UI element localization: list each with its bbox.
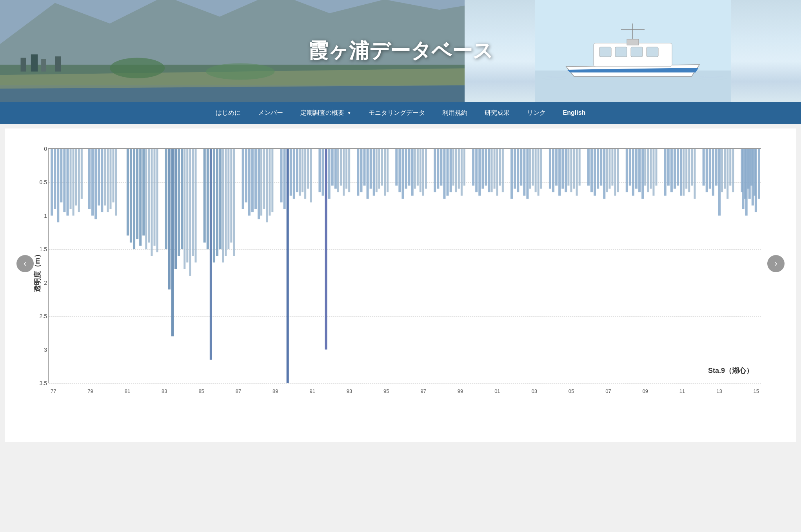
svg-rect-222 bbox=[685, 149, 687, 189]
svg-rect-112 bbox=[626, 149, 628, 192]
svg-rect-172 bbox=[302, 149, 303, 192]
x-label-93: 93 bbox=[347, 388, 352, 394]
svg-rect-190 bbox=[425, 149, 427, 189]
svg-rect-5 bbox=[21, 58, 26, 72]
svg-rect-67 bbox=[328, 149, 331, 199]
y-tick-2: 2 bbox=[28, 280, 47, 286]
svg-rect-229 bbox=[729, 149, 731, 186]
chart-area: 0 0.5 1 1.5 2 2.5 3 3.5 bbox=[48, 148, 761, 383]
svg-rect-157 bbox=[186, 149, 188, 262]
svg-rect-141 bbox=[70, 149, 72, 209]
svg-rect-121 bbox=[674, 149, 676, 189]
svg-rect-217 bbox=[647, 149, 649, 192]
svg-rect-103 bbox=[558, 149, 561, 196]
svg-rect-195 bbox=[463, 149, 465, 186]
svg-rect-146 bbox=[104, 149, 106, 206]
svg-rect-155 bbox=[156, 149, 158, 252]
svg-rect-59 bbox=[283, 149, 286, 209]
prev-button[interactable]: ‹ bbox=[16, 255, 34, 272]
svg-rect-36 bbox=[133, 149, 135, 249]
svg-rect-81 bbox=[411, 149, 414, 196]
svg-rect-199 bbox=[499, 149, 501, 186]
svg-rect-160 bbox=[194, 149, 196, 262]
svg-rect-163 bbox=[227, 149, 229, 249]
svg-rect-178 bbox=[343, 149, 345, 196]
svg-rect-220 bbox=[655, 149, 657, 186]
x-label-11: 11 bbox=[679, 388, 685, 394]
svg-rect-225 bbox=[694, 149, 696, 199]
svg-rect-129 bbox=[718, 149, 721, 215]
x-label-15: 15 bbox=[754, 388, 759, 394]
svg-rect-152 bbox=[148, 149, 150, 242]
svg-rect-180 bbox=[348, 149, 350, 192]
svg-point-10 bbox=[206, 63, 274, 80]
svg-rect-24 bbox=[54, 149, 56, 209]
nav-research[interactable]: 研究成果 bbox=[476, 102, 518, 124]
svg-rect-7 bbox=[41, 59, 46, 72]
nav-members[interactable]: メンバー bbox=[249, 102, 292, 124]
svg-rect-92 bbox=[485, 149, 487, 186]
chart-svg bbox=[49, 149, 761, 383]
svg-rect-97 bbox=[520, 149, 522, 186]
svg-rect-63 bbox=[296, 149, 298, 192]
svg-rect-101 bbox=[552, 149, 554, 192]
svg-rect-60 bbox=[287, 149, 289, 383]
x-label-89: 89 bbox=[272, 388, 278, 394]
nav-monitoring[interactable]: モニタリングデータ bbox=[360, 102, 434, 124]
svg-rect-147 bbox=[107, 149, 109, 212]
svg-rect-115 bbox=[635, 149, 638, 189]
svg-rect-45 bbox=[181, 149, 183, 249]
svg-rect-210 bbox=[579, 149, 581, 186]
svg-rect-138 bbox=[752, 149, 754, 206]
nav-intro[interactable]: はじめに bbox=[207, 102, 249, 124]
nav-terms[interactable]: 利用規約 bbox=[434, 102, 476, 124]
svg-rect-64 bbox=[318, 149, 321, 192]
svg-rect-96 bbox=[517, 149, 519, 192]
svg-rect-149 bbox=[113, 149, 114, 203]
x-label-07: 07 bbox=[605, 388, 611, 394]
svg-rect-34 bbox=[127, 149, 129, 235]
x-label-77: 77 bbox=[51, 388, 56, 394]
nav-links[interactable]: リンク bbox=[518, 102, 554, 124]
svg-rect-189 bbox=[422, 149, 424, 196]
svg-rect-47 bbox=[207, 149, 209, 249]
svg-rect-30 bbox=[91, 149, 94, 215]
y-tick-35: 3.5 bbox=[28, 380, 47, 386]
x-label-81: 81 bbox=[125, 388, 130, 394]
station-label: Sta.9（湖心） bbox=[708, 366, 753, 375]
svg-rect-55 bbox=[251, 149, 254, 212]
svg-rect-230 bbox=[732, 149, 734, 192]
nav-english[interactable]: English bbox=[554, 102, 594, 124]
next-button[interactable]: › bbox=[767, 255, 785, 272]
y-tick-1: 1 bbox=[28, 213, 47, 219]
nav-survey[interactable]: 定期調査の概要 ▼ bbox=[292, 102, 360, 124]
y-tick-0: 0 bbox=[28, 146, 47, 152]
svg-rect-39 bbox=[142, 149, 145, 235]
svg-rect-182 bbox=[378, 149, 380, 189]
svg-rect-226 bbox=[721, 149, 723, 192]
svg-rect-53 bbox=[245, 149, 247, 203]
svg-rect-107 bbox=[590, 149, 593, 192]
svg-rect-165 bbox=[233, 149, 235, 256]
svg-rect-174 bbox=[307, 149, 309, 189]
site-title: 霞ヶ浦データベース bbox=[308, 37, 493, 65]
svg-rect-166 bbox=[260, 149, 262, 215]
svg-rect-150 bbox=[115, 149, 117, 215]
svg-rect-86 bbox=[446, 149, 449, 196]
navigation: はじめに メンバー 定期調査の概要 ▼ モニタリングデータ 利用規約 研究成果 … bbox=[0, 102, 801, 124]
svg-rect-221 bbox=[683, 149, 685, 196]
dropdown-arrow-icon: ▼ bbox=[347, 111, 351, 115]
svg-rect-88 bbox=[472, 149, 474, 186]
svg-rect-215 bbox=[617, 149, 619, 192]
svg-rect-109 bbox=[597, 149, 599, 189]
svg-rect-175 bbox=[310, 149, 312, 203]
svg-rect-42 bbox=[171, 149, 174, 336]
main-content: 透明度（m） ‹ 0 0.5 1 1.5 2 2.5 3 3.5 bbox=[5, 128, 796, 442]
svg-rect-162 bbox=[225, 149, 227, 256]
svg-rect-32 bbox=[98, 149, 100, 206]
svg-rect-191 bbox=[452, 149, 454, 186]
svg-rect-22 bbox=[627, 39, 639, 45]
svg-rect-183 bbox=[381, 149, 383, 186]
svg-rect-154 bbox=[154, 149, 156, 246]
svg-rect-201 bbox=[529, 149, 531, 189]
